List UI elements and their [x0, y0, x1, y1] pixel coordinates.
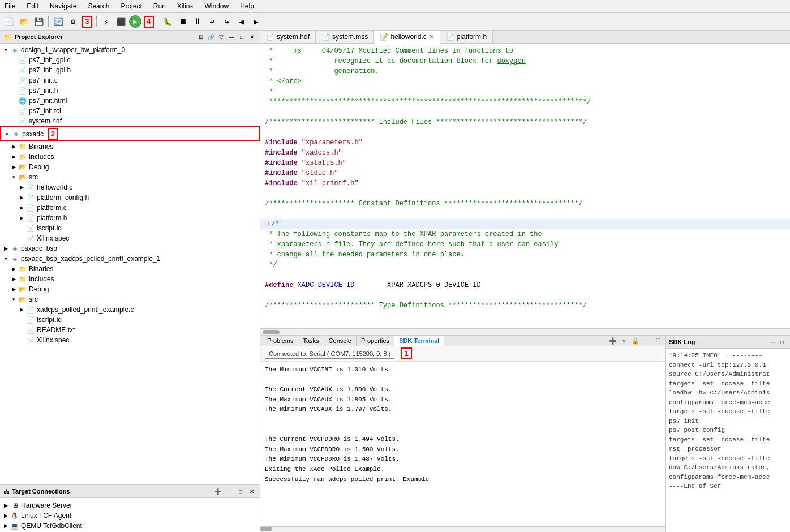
- tree-item-readme[interactable]: 📄 README.txt: [0, 325, 260, 335]
- target-linux-tcf[interactable]: ▶ 🐧 Linux TCF Agent: [0, 510, 260, 521]
- pause-button[interactable]: ⏸: [191, 15, 204, 28]
- tree-item-src2[interactable]: ▾ 📂 src: [0, 294, 260, 304]
- terminal-close-button[interactable]: ✕: [620, 336, 629, 345]
- tab-problems[interactable]: Problems: [263, 336, 298, 346]
- toolbar-icon-a[interactable]: ⚡: [100, 15, 113, 28]
- save-button[interactable]: 💾: [32, 15, 45, 28]
- tree-arrow: ▾: [3, 131, 10, 137]
- tree-item-ps7-init-gpl-h[interactable]: 📄 ps7_init_gpl.h: [0, 65, 260, 75]
- target-hw-server[interactable]: ▶ 🖥 Hardware Server: [0, 500, 260, 510]
- terminal-minimize-button[interactable]: —: [642, 336, 651, 345]
- code-text: [265, 107, 269, 117]
- history-back[interactable]: ↩: [205, 15, 219, 28]
- tree-item-includes1[interactable]: ▶ 📁 Includes: [0, 152, 260, 162]
- menu-window[interactable]: Window: [203, 1, 231, 11]
- collapse-all-button[interactable]: ⊟: [196, 32, 205, 41]
- filter-button[interactable]: ▽: [217, 32, 226, 41]
- target-minimize-button[interactable]: —: [225, 487, 234, 496]
- maximize-button[interactable]: □: [237, 32, 246, 41]
- tree-item-psxadc-example[interactable]: ▾ ◈ psxadc_bsp_xadcps_polled_printf_exam…: [0, 254, 260, 264]
- menu-search[interactable]: Search: [85, 1, 111, 11]
- menu-help[interactable]: Help: [238, 1, 256, 11]
- tree-item-xadcps-c[interactable]: ▶ 📄 xadcps_polled_printf_example.c: [0, 304, 260, 315]
- tree-item-lscript-ld2[interactable]: 📄 lscript.ld: [0, 315, 260, 325]
- link-editor-button[interactable]: 🔗: [207, 32, 216, 41]
- settings-button[interactable]: ⚙: [66, 15, 80, 28]
- tree-item-debug1[interactable]: ▶ 📂 Debug: [0, 162, 260, 172]
- menu-xilinx[interactable]: Xilinx: [175, 1, 196, 11]
- collapse-icon[interactable]: ⊟: [265, 220, 269, 228]
- tree-item-binaries1[interactable]: ▶ 📁 Binaries: [0, 141, 260, 152]
- tree-item-xilinx-spec2[interactable]: 📄 Xilinx.spec: [0, 335, 260, 345]
- tree-item-system-hdf[interactable]: 📄 system.hdf: [0, 116, 260, 126]
- debug-button[interactable]: 🐛: [161, 15, 175, 28]
- tree-item-xilinx-spec1[interactable]: 📄 Xilinx.spec: [0, 233, 260, 243]
- tree-item-ps7-init-gpl-c[interactable]: 📄 ps7_init_gpl.c: [0, 55, 260, 65]
- debug-folder-icon: 📂: [18, 285, 27, 294]
- tree-item-helloworld-c[interactable]: ▶ 📄 helloworld.c: [0, 182, 260, 192]
- tab-properties[interactable]: Properties: [357, 336, 394, 346]
- terminal-scroll-lock-button[interactable]: 🔒: [631, 336, 640, 345]
- tab-helloworld-c[interactable]: 📝 helloworld.c ✕: [374, 31, 440, 44]
- tree-item-ps7-init-html[interactable]: 🌐 ps7_init.html: [0, 96, 260, 106]
- nav-fwd[interactable]: ▶: [250, 15, 263, 28]
- tab-console[interactable]: Console: [324, 336, 357, 346]
- toolbar-icon-b[interactable]: ⬛: [114, 15, 128, 28]
- tab-tasks[interactable]: Tasks: [298, 336, 324, 346]
- tree-item-ps7-init-c[interactable]: 📄 ps7_init.c: [0, 75, 260, 85]
- tree-item-platform-c[interactable]: ▶ 📄 platform.c: [0, 203, 260, 213]
- hscroll-thumb[interactable]: [260, 527, 272, 531]
- tab-close-button[interactable]: ✕: [429, 33, 434, 41]
- target-maximize-button[interactable]: □: [236, 487, 245, 496]
- target-add-button[interactable]: ➕: [213, 487, 222, 496]
- tree-item-psxadc-bsp[interactable]: ▶ ◈ psxadc_bsp: [0, 243, 260, 254]
- target-qemu[interactable]: ▶ 💻 QEMU TcfGdbClient: [0, 521, 260, 531]
- sdk-log-maximize[interactable]: □: [778, 337, 787, 346]
- tree-item-ps7-init-h[interactable]: 📄 ps7_init.h: [0, 85, 260, 96]
- new-button[interactable]: 📄: [2, 15, 16, 28]
- terminal-hscroll[interactable]: [260, 526, 665, 532]
- menu-edit[interactable]: Edit: [24, 1, 41, 11]
- tree-item-ps7-init-tcl[interactable]: 📄 ps7_init.tcl: [0, 106, 260, 116]
- sdk-log-minimize[interactable]: —: [768, 337, 778, 346]
- tree-item-psxadc[interactable]: ▾ ◈ psxadc 2: [0, 126, 260, 141]
- tree-item-src1[interactable]: ▾ 📂 src: [0, 172, 260, 182]
- menu-project[interactable]: Project: [118, 1, 144, 11]
- nav-back[interactable]: ◀: [235, 15, 248, 28]
- tab-platform-h[interactable]: 📄 platform.h: [440, 31, 493, 43]
- toolbar: 📄 📂 💾 🔄 ⚙ 3 ⚡ ⬛ ▶ 4 🐛 ⏹ ⏸ ↩ ↪ ◀ ▶: [0, 13, 790, 31]
- close-panel-button[interactable]: ✕: [247, 32, 256, 41]
- tree-item-includes2[interactable]: ▶ 📁 Includes: [0, 274, 260, 284]
- target-close-button[interactable]: ✕: [247, 487, 256, 496]
- code-line: *: [260, 87, 790, 97]
- tab-system-mss[interactable]: 📄 system.mss: [316, 31, 374, 43]
- hscroll-thumb[interactable]: [263, 330, 280, 334]
- refresh-button[interactable]: 🔄: [51, 15, 65, 28]
- terminal-line: The Maximum VCCAUX is 1.805 Volts.: [265, 395, 660, 405]
- run-button[interactable]: ▶: [129, 15, 141, 28]
- stop-button[interactable]: ⏹: [176, 15, 190, 28]
- tree-item-debug2[interactable]: ▶ 📂 Debug: [0, 284, 260, 294]
- tree-item-platform-h[interactable]: ▶ 📄 platform.h: [0, 213, 260, 223]
- tree-item-platform-config-h[interactable]: ▶ 📄 platform_config.h: [0, 192, 260, 203]
- tree-item-root[interactable]: ▾ ◈ design_1_wrapper_hw_platform_0: [0, 45, 260, 55]
- sdk-log-title: SDK Log: [669, 338, 695, 345]
- tree-label: ps7_init.c: [29, 76, 58, 84]
- editor-hscroll[interactable]: [260, 328, 790, 335]
- open-button[interactable]: 📂: [17, 15, 31, 28]
- tab-system-hdf[interactable]: 📄 system.hdf: [260, 31, 316, 43]
- minimize-button[interactable]: —: [227, 32, 236, 41]
- menu-file[interactable]: File: [2, 1, 18, 11]
- tab-sdk-terminal[interactable]: SDK Terminal: [394, 336, 444, 346]
- menu-navigate[interactable]: Navigate: [48, 1, 79, 11]
- menu-run[interactable]: Run: [151, 1, 168, 11]
- terminal-add-button[interactable]: ➕: [608, 336, 617, 345]
- history-fwd[interactable]: ↪: [220, 15, 234, 28]
- code-text: [265, 321, 269, 328]
- code-editor[interactable]: * ms 04/05/17 Modified Comment lines in …: [260, 44, 790, 328]
- terminal-maximize-button[interactable]: □: [654, 336, 663, 345]
- tab-label: Console: [329, 337, 351, 344]
- code-text: /********************* Constant Definiti…: [265, 199, 583, 209]
- tree-item-binaries2[interactable]: ▶ 📁 Binaries: [0, 264, 260, 274]
- tree-item-lscript-ld1[interactable]: 📄 lscript.ld: [0, 223, 260, 233]
